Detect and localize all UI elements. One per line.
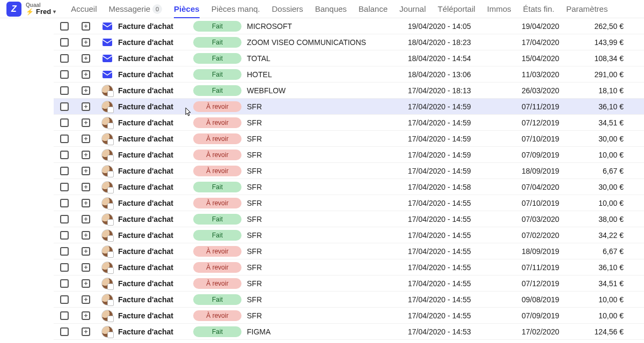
amount: 262,50 € <box>564 22 628 31</box>
row-checkbox[interactable] <box>60 167 69 175</box>
row-expand[interactable]: + <box>82 279 90 288</box>
nav-item-pi-ces[interactable]: Pièces <box>174 0 200 18</box>
amount: 30,00 € <box>564 183 628 191</box>
nav-item-t-l-portail[interactable]: Téléportail <box>438 0 475 18</box>
nav-item-immos[interactable]: Immos <box>487 0 511 18</box>
vendor: SFR <box>247 311 408 320</box>
table-row[interactable]: +Facture d'achatFaitTOTAL18/04/2020 - 14… <box>54 50 644 66</box>
row-checkbox[interactable] <box>60 311 69 320</box>
doc-type: Facture d'achat <box>118 70 193 79</box>
table-row[interactable]: +Facture d'achatÀ revoirSFR17/04/2020 - … <box>54 115 644 131</box>
row-expand[interactable]: + <box>82 135 90 143</box>
table-row[interactable]: +Facture d'achatÀ revoirSFR17/04/2020 - … <box>54 163 644 179</box>
status-badge: À revoir <box>193 310 241 321</box>
row-checkbox[interactable] <box>60 295 69 304</box>
row-checkbox[interactable] <box>60 231 69 240</box>
doc-date: 09/08/2019 <box>499 295 564 304</box>
avatar <box>101 85 113 96</box>
row-checkbox[interactable] <box>60 118 69 127</box>
created-at: 17/04/2020 - 14:55 <box>408 231 499 240</box>
nav-item-accueil[interactable]: Accueil <box>71 0 97 18</box>
created-at: 17/04/2020 - 14:55 <box>408 263 499 272</box>
nav-label: Messagerie <box>109 4 151 13</box>
row-expand[interactable]: + <box>82 22 90 31</box>
table-row[interactable]: +Facture d'achatÀ revoirSFR17/04/2020 - … <box>54 131 644 147</box>
row-expand[interactable]: + <box>82 118 90 127</box>
table-row[interactable]: +Facture d'achatÀ revoirSFR17/04/2020 - … <box>54 99 644 115</box>
row-expand[interactable]: + <box>82 38 90 47</box>
table-row[interactable]: +Facture d'achatFaitSFR17/04/2020 - 14:5… <box>54 179 644 195</box>
row-expand[interactable]: + <box>82 247 90 256</box>
row-checkbox[interactable] <box>60 327 69 336</box>
row-expand[interactable]: + <box>82 183 90 191</box>
table-row[interactable]: +Facture d'achatÀ revoirSFR17/04/2020 - … <box>54 195 644 211</box>
row-checkbox[interactable] <box>60 263 69 272</box>
nav-item-pi-ces-manq-[interactable]: Pièces manq. <box>211 0 260 18</box>
row-checkbox[interactable] <box>60 102 69 111</box>
doc-date: 17/02/2020 <box>499 327 564 336</box>
table-row[interactable]: +Facture d'achatFaitHOTEL18/04/2020 - 13… <box>54 66 644 83</box>
nav-badge: 0 <box>152 4 162 14</box>
table-row[interactable]: +Facture d'achatÀ revoirSFR17/04/2020 - … <box>54 259 644 275</box>
nav-label: Banques <box>315 4 347 13</box>
nav-item--tats-fin-[interactable]: États fin. <box>523 0 554 18</box>
nav-item-messagerie[interactable]: Messagerie0 <box>109 0 163 18</box>
row-checkbox[interactable] <box>60 183 69 191</box>
status-badge: Fait <box>193 69 241 80</box>
row-expand[interactable]: + <box>82 295 90 304</box>
app-logo: Z <box>6 2 21 17</box>
row-expand[interactable]: + <box>82 231 90 240</box>
row-expand[interactable]: + <box>82 167 90 175</box>
user-name: Fred <box>36 8 51 15</box>
row-checkbox[interactable] <box>60 247 69 256</box>
table-row[interactable]: +Facture d'achatFaitMICROSOFT19/04/2020 … <box>54 18 644 34</box>
nav-item-dossiers[interactable]: Dossiers <box>272 0 303 18</box>
status-badge: À revoir <box>193 117 241 128</box>
row-checkbox[interactable] <box>60 86 69 95</box>
row-checkbox[interactable] <box>60 54 69 63</box>
row-expand[interactable]: + <box>82 199 90 207</box>
document-table: +Facture d'achatFaitMICROSOFT19/04/2020 … <box>54 18 644 343</box>
table-row[interactable]: +Facture d'achatÀ revoirSFR17/04/2020 - … <box>54 308 644 324</box>
table-row[interactable]: +Facture d'achatÀ revoirSFR17/04/2020 - … <box>54 243 644 259</box>
row-expand[interactable]: + <box>82 151 90 159</box>
table-row[interactable]: +Facture d'achatÀ revoirSFR17/04/2020 - … <box>54 275 644 292</box>
brand-block: Quaal ⚡ Fred ▾ <box>26 3 56 15</box>
table-row[interactable]: +Facture d'achatFaitSFR17/04/2020 - 14:5… <box>54 292 644 308</box>
created-at: 17/04/2020 - 14:55 <box>408 295 499 304</box>
nav-item-banques[interactable]: Banques <box>315 0 347 18</box>
vendor: SFR <box>247 102 408 111</box>
row-checkbox[interactable] <box>60 22 69 31</box>
user-switcher[interactable]: ⚡ Fred ▾ <box>26 8 56 15</box>
vendor: SFR <box>247 183 408 191</box>
table-row[interactable]: +Facture d'achatFaitFIGMA17/04/2020 - 14… <box>54 324 644 340</box>
row-expand[interactable]: + <box>82 86 90 95</box>
row-expand[interactable]: + <box>82 70 90 79</box>
row-expand[interactable]: + <box>82 215 90 223</box>
nav-item-journal[interactable]: Journal <box>399 0 426 18</box>
row-expand[interactable]: + <box>82 102 90 111</box>
table-row[interactable]: +Facture d'achatFaitSFR17/04/2020 - 14:5… <box>54 227 644 243</box>
vendor: SFR <box>247 199 408 207</box>
row-expand[interactable]: + <box>82 311 90 320</box>
row-checkbox[interactable] <box>60 38 69 47</box>
row-checkbox[interactable] <box>60 151 69 159</box>
table-row[interactable]: +Facture d'achatÀ revoirSFR17/04/2020 - … <box>54 147 644 163</box>
row-checkbox[interactable] <box>60 279 69 288</box>
nav-item-param-tres[interactable]: Paramètres <box>566 0 608 18</box>
row-checkbox[interactable] <box>60 70 69 79</box>
row-checkbox[interactable] <box>60 199 69 207</box>
row-expand[interactable]: + <box>82 54 90 63</box>
row-expand[interactable]: + <box>82 327 90 336</box>
avatar <box>101 294 113 305</box>
row-checkbox[interactable] <box>60 215 69 223</box>
nav-item-balance[interactable]: Balance <box>358 0 387 18</box>
row-expand[interactable]: + <box>82 263 90 272</box>
doc-type: Facture d'achat <box>118 183 193 191</box>
table-row[interactable]: +Facture d'achatFaitWEBFLOW17/04/2020 - … <box>54 83 644 99</box>
row-checkbox[interactable] <box>60 135 69 143</box>
table-row[interactable]: +Facture d'achatFaitZOOM VISEO COMMUNICA… <box>54 34 644 50</box>
doc-type: Facture d'achat <box>118 295 193 304</box>
doc-type: Facture d'achat <box>118 327 193 336</box>
table-row[interactable]: +Facture d'achatFaitSFR17/04/2020 - 14:5… <box>54 211 644 227</box>
